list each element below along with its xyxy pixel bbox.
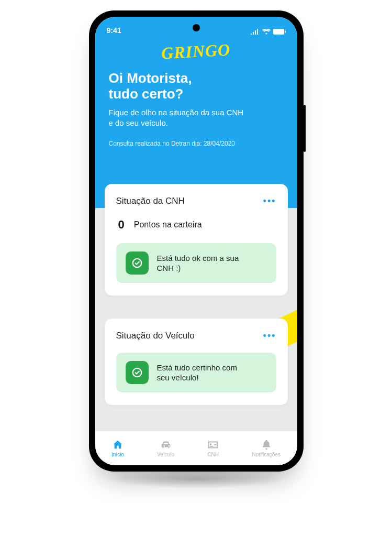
- nav-cnh-label: CNH: [207, 452, 219, 457]
- subtitle-line2: e do seu veículo.: [109, 118, 284, 128]
- vehicle-status-box: Está tudo certinho com seu veículo!: [116, 353, 276, 392]
- wifi-icon: [262, 29, 271, 35]
- check-circle-icon: [126, 361, 149, 384]
- header: GRINGO Oi Motorista, tudo certo? Fique d…: [95, 36, 297, 184]
- nav-notifications-label: Notificações: [252, 452, 280, 457]
- phone-shadow: [107, 469, 285, 488]
- vehicle-status-text: Está tudo certinho com seu veículo!: [157, 363, 246, 383]
- cnh-status-box: Está tudo ok com a sua CNH :): [116, 243, 276, 283]
- status-time: 9:41: [107, 26, 121, 35]
- battery-icon: [273, 29, 286, 35]
- greeting-line2: tudo certo?: [109, 86, 284, 102]
- bottom-nav: Início Veículo CNH Notificações: [95, 431, 297, 465]
- nav-home-label: Início: [111, 452, 124, 457]
- nav-vehicle-label: Veículo: [157, 452, 174, 457]
- card-cnh-head: Situação da CNH •••: [116, 195, 276, 206]
- car-icon: [160, 439, 172, 451]
- card-cnh-menu-button[interactable]: •••: [263, 195, 276, 206]
- points-row: 0 Pontos na carteira: [116, 218, 276, 232]
- svg-rect-0: [273, 29, 284, 35]
- points-label: Pontos na carteira: [134, 220, 202, 229]
- greeting-line1: Oi Motorista,: [109, 71, 284, 86]
- home-icon: [112, 439, 124, 451]
- id-card-icon: [207, 439, 219, 451]
- nav-vehicle[interactable]: Veículo: [157, 439, 174, 457]
- phone-frame: 9:41 GRINGO Oi Motorista, tudo certo? Fi…: [89, 10, 304, 472]
- status-icons-group: [251, 29, 286, 35]
- nav-cnh[interactable]: CNH: [207, 439, 219, 457]
- card-vehicle-title: Situação do Veículo: [116, 331, 195, 341]
- logo-wrap: GRINGO: [109, 42, 284, 61]
- content-area: Situação da CNH ••• 0 Pontos na carteira…: [95, 184, 297, 431]
- app-logo: GRINGO: [161, 40, 231, 63]
- card-cnh: Situação da CNH ••• 0 Pontos na carteira…: [105, 184, 288, 296]
- points-value: 0: [118, 218, 125, 232]
- svg-rect-1: [285, 31, 286, 33]
- subtitle-line1: Fique de olho na situação da sua CNH: [109, 107, 284, 118]
- check-circle-icon: [126, 251, 149, 275]
- nav-notifications[interactable]: Notificações: [252, 439, 280, 457]
- camera-hole: [193, 24, 200, 31]
- consult-info: Consulta realizada no Detran dia: 28/04/…: [109, 140, 284, 147]
- nav-home[interactable]: Início: [111, 439, 124, 457]
- card-vehicle-menu-button[interactable]: •••: [263, 330, 276, 341]
- screen: 9:41 GRINGO Oi Motorista, tudo certo? Fi…: [95, 17, 297, 465]
- card-vehicle-head: Situação do Veículo •••: [116, 330, 276, 341]
- card-vehicle: Situação do Veículo ••• Está tudo certin…: [105, 319, 288, 405]
- card-cnh-title: Situação da CNH: [116, 196, 185, 206]
- signal-icon: [251, 29, 260, 35]
- bell-icon: [261, 439, 272, 451]
- cnh-status-text: Está tudo ok com a sua CNH :): [157, 253, 246, 274]
